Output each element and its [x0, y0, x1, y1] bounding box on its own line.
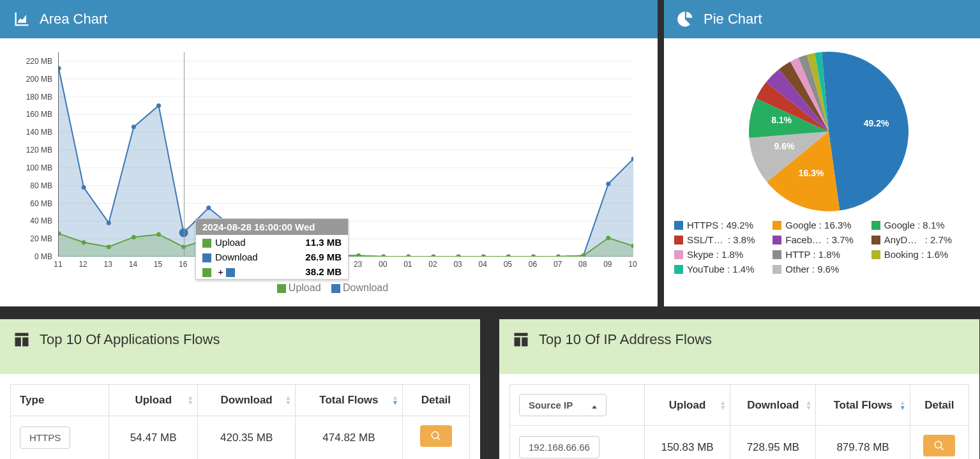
col-source-ip: Source IP [510, 385, 645, 426]
svg-point-58 [606, 236, 610, 240]
pie-legend-item[interactable]: Google: 8.1% [871, 220, 970, 230]
ip-table: Source IP Upload▲▼ Download▲▼ Total Flow… [509, 384, 969, 459]
tooltip-sum-value: 38.2 MB [305, 266, 342, 277]
svg-point-18 [206, 206, 211, 210]
col-download[interactable]: Download▲▼ [730, 385, 816, 426]
tooltip-download-value: 26.9 MB [305, 252, 342, 262]
col-detail: Detail [402, 385, 469, 416]
app-type-button[interactable]: HTTPS [20, 426, 70, 449]
area-chart-legend: Upload Download [10, 282, 647, 294]
pie-legend-item[interactable]: YouTube: 1.4% [674, 264, 773, 275]
pie-legend-item[interactable]: HTTPS: 49.2% [674, 220, 773, 230]
tooltip-download-label: Download [215, 252, 258, 262]
pie-legend-item[interactable]: Facebook: 3.7% [773, 234, 871, 245]
col-upload[interactable]: Upload▲▼ [644, 385, 730, 426]
search-icon [430, 430, 442, 442]
pie-legend-item[interactable]: Skype: 1.8% [674, 249, 773, 260]
svg-point-40 [156, 232, 161, 237]
svg-point-56 [556, 255, 561, 257]
pie-chart-title: Pie Chart [704, 11, 762, 27]
apps-flows-panel: Top 10 Of Applications Flows Type Upload… [0, 319, 480, 459]
col-download[interactable]: Download▲▼ [198, 385, 296, 416]
tooltip-upload-value: 11.3 MB [305, 237, 342, 248]
pie-chart-icon [677, 10, 695, 28]
svg-point-37 [82, 240, 86, 245]
cell-total: 474.82 MB [296, 416, 403, 460]
svg-text:8.1%: 8.1% [771, 115, 792, 125]
table-row: 192.168.66.66 150.83 MB 728.95 MB 879.78… [510, 426, 969, 460]
ip-button[interactable]: 192.168.66.66 [519, 436, 599, 458]
svg-point-55 [531, 255, 536, 257]
cell-upload: 54.47 MB [109, 416, 198, 460]
svg-point-53 [481, 255, 486, 257]
svg-point-39 [132, 235, 136, 239]
area-chart-panel: Area Chart 0 MB20 MB40 MB60 MB80 MB100 M… [0, 0, 658, 306]
pie-legend-item[interactable]: SSL/TLS: 3.8% [674, 234, 773, 245]
area-chart[interactable]: 0 MB20 MB40 MB60 MB80 MB100 MB120 MB140 … [10, 46, 647, 299]
pie-legend-item[interactable]: AnyDesk: 2.7% [871, 234, 970, 245]
svg-point-49 [381, 255, 386, 257]
detail-button[interactable] [420, 425, 452, 447]
svg-point-54 [506, 255, 511, 257]
area-chart-header: Area Chart [0, 0, 658, 38]
apps-flows-title: Top 10 Of Applications Flows [40, 331, 220, 348]
svg-point-52 [456, 255, 461, 257]
col-type[interactable]: Type [11, 385, 109, 416]
svg-text:49.2%: 49.2% [863, 118, 889, 128]
tooltip-title: 2024-08-28 16:00:00 Wed [196, 219, 348, 235]
svg-point-13 [82, 185, 86, 190]
pie-chart[interactable]: 49.2%16.3%9.6%8.1% [682, 49, 963, 214]
pie-chart-panel: Pie Chart 49.2%16.3%9.6%8.1% HTTPS: 49.2… [664, 0, 980, 306]
pie-legend-item[interactable]: Booking: 1.6% [871, 249, 970, 260]
cell-download: 420.35 MB [198, 416, 296, 460]
svg-point-16 [156, 103, 161, 108]
area-chart-title: Area Chart [40, 11, 107, 27]
svg-point-48 [356, 253, 361, 257]
y-axis-labels: 0 MB20 MB40 MB60 MB80 MB100 MB120 MB140 … [10, 46, 55, 263]
legend-upload[interactable]: Upload [289, 282, 321, 293]
apps-flows-header: Top 10 Of Applications Flows [0, 319, 480, 374]
svg-point-34 [606, 181, 610, 186]
pie-legend: HTTPS: 49.2%Google: 16.3%Google: 8.1%SSL… [674, 214, 970, 275]
pie-legend-item[interactable]: Other: 9.6% [773, 264, 871, 275]
svg-point-12 [59, 66, 61, 71]
pie-chart-header: Pie Chart [664, 0, 980, 38]
col-total[interactable]: Total Flows▲▼ [296, 385, 403, 416]
pie-legend-item[interactable]: Google: 16.3% [773, 220, 871, 230]
cell-upload: 150.83 MB [644, 426, 730, 460]
pie-legend-item[interactable]: HTTP: 1.8% [773, 249, 871, 260]
svg-point-50 [406, 255, 411, 257]
apps-table: Type Upload▲▼ Download▲▼ Total Flows▲▼ D… [10, 384, 470, 459]
svg-point-14 [107, 221, 111, 225]
tooltip-sum-label: + [218, 266, 223, 277]
ip-flows-header: Top 10 Of IP Address Flows [499, 319, 979, 374]
svg-point-38 [107, 245, 111, 249]
svg-text:16.3%: 16.3% [798, 168, 824, 178]
cell-total: 879.78 MB [816, 426, 910, 460]
table-icon [13, 331, 31, 349]
svg-point-51 [431, 255, 435, 257]
source-ip-dropdown[interactable]: Source IP [519, 394, 607, 416]
ip-flows-panel: Top 10 Of IP Address Flows Source IP Upl… [499, 319, 979, 459]
hover-line [184, 52, 185, 256]
col-upload[interactable]: Upload▲▼ [109, 385, 198, 416]
table-icon [512, 331, 530, 349]
legend-download[interactable]: Download [343, 282, 388, 293]
svg-point-15 [132, 124, 136, 129]
chart-tooltip: 2024-08-28 16:00:00 Wed Upload11.3 MB Do… [195, 218, 349, 280]
caret-up-icon [592, 405, 597, 409]
area-chart-icon [13, 10, 31, 28]
svg-text:9.6%: 9.6% [774, 141, 794, 151]
table-row: HTTPS 54.47 MB 420.35 MB 474.82 MB [11, 416, 470, 460]
detail-button[interactable] [923, 435, 955, 456]
col-total[interactable]: Total Flows▲▼ [816, 385, 910, 426]
ip-flows-title: Top 10 Of IP Address Flows [539, 331, 712, 348]
col-detail: Detail [910, 385, 969, 426]
cell-download: 728.95 MB [730, 426, 816, 460]
tooltip-upload-label: Upload [215, 237, 246, 248]
search-icon [933, 440, 945, 451]
